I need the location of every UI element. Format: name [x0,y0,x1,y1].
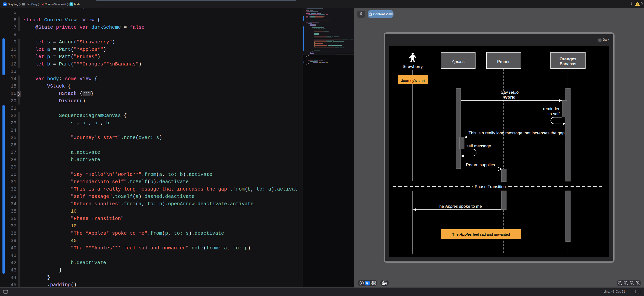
svg-text:reminder: reminder [543,106,560,111]
svg-text:Return supplies: Return supplies [466,162,495,167]
svg-text:Oranges: Oranges [560,57,576,61]
svg-text:to self: to self [548,112,560,116]
svg-text:The Apples spoke to me: The Apples spoke to me [437,204,482,209]
svg-text:World: World [504,95,516,100]
svg-text:1: 1 [625,281,626,284]
svg-text:Say Hello: Say Hello [501,90,519,95]
svg-text:Prunes: Prunes [497,59,510,64]
svg-text:Apples: Apples [452,59,465,64]
svg-text:The Apples feel sad and unwant: The Apples feel sad and unwanted [452,232,510,236]
svg-text:Journey's start: Journey's start [401,78,425,83]
svg-text:Phase Transition: Phase Transition [475,184,506,189]
svg-text:self message: self message [466,144,491,148]
svg-text:This is a really long message: This is a really long message that incre… [468,131,564,135]
svg-text:Strawberry: Strawberry [402,64,423,69]
svg-text:Bananas: Bananas [560,62,576,66]
svg-text:P: P [70,3,72,6]
